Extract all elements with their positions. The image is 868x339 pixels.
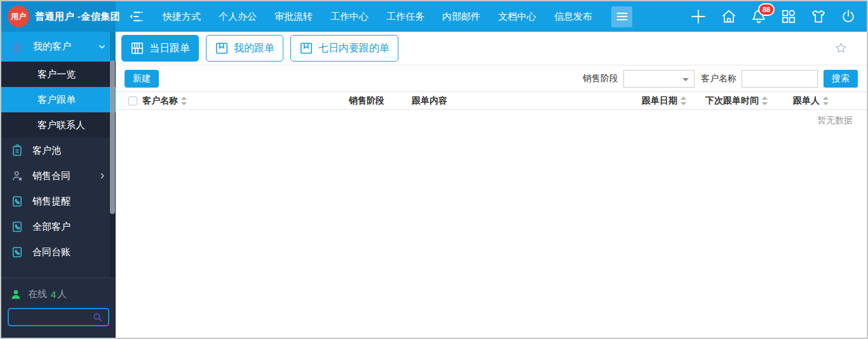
sort-icon[interactable]: [823, 96, 829, 105]
topbar: 用户 普通用户 -金信集团 快捷方式 个人办公 审批流转 工作中心 工作任务 内…: [1, 1, 867, 32]
online-person-icon: [10, 289, 22, 300]
bookmark-book-icon: [215, 41, 229, 55]
nav-item-personal-office[interactable]: 个人办公: [210, 11, 266, 23]
column-label: 销售阶段: [349, 95, 384, 107]
column-header-follower[interactable]: 跟单人: [793, 92, 829, 110]
sidebar-item-customer-contacts[interactable]: 客户联系人: [1, 112, 116, 138]
sidebar-item-label: 客户池: [32, 145, 61, 157]
star-icon[interactable]: [834, 41, 848, 55]
sidebar-group-my-customers[interactable]: 我的客户: [1, 32, 116, 62]
filters: 销售阶段 客户名称 搜索: [583, 70, 858, 88]
power-icon[interactable]: [840, 8, 857, 25]
magnifier-icon[interactable]: [92, 312, 103, 322]
new-button[interactable]: 新建: [125, 70, 159, 88]
plus-icon[interactable]: [689, 8, 707, 25]
column-label: 下次跟单时间: [705, 95, 759, 107]
topbar-actions: 88: [689, 8, 867, 25]
sidebar-item-sales-reminder[interactable]: 销售提醒: [1, 189, 116, 214]
sidebar-item-customer-pool[interactable]: 客户池: [1, 138, 116, 163]
sidebar-item-label: 合同台账: [32, 246, 71, 258]
stage-filter-select[interactable]: [623, 70, 695, 88]
sidebar: 我的客户 客户一览 客户跟单 客户联系人 客户池: [1, 32, 116, 338]
list-toolbar: 新建 销售阶段 客户名称 搜索: [116, 65, 867, 91]
sidebar-item-sales-contract[interactable]: 销售合同: [1, 163, 116, 189]
column-label: 跟单人: [793, 95, 820, 107]
bookmark-book-icon: [299, 41, 313, 55]
tab-label: 七日内要跟的单: [318, 42, 390, 55]
online-label: 在线: [28, 288, 47, 300]
search-button[interactable]: 搜索: [824, 70, 858, 88]
user-account-area[interactable]: 用户 普通用户 -金信集团: [1, 1, 116, 32]
main-content: 当日跟单 我的跟单 七日内要跟的单: [116, 32, 867, 338]
column-header-next-follow-time[interactable]: 下次跟单时间: [705, 92, 768, 110]
sidebar-item-customer-overview[interactable]: 客户一览: [1, 62, 116, 87]
column-header-follow-content: 跟单内容: [412, 92, 447, 110]
online-unit: 人: [57, 288, 67, 300]
tab-my-followups[interactable]: 我的跟单: [206, 35, 283, 62]
stage-filter-label: 销售阶段: [583, 73, 618, 84]
account-name: 普通用户 -金信集团: [35, 11, 120, 23]
app-window: 用户 普通用户 -金信集团 快捷方式 个人办公 审批流转 工作中心 工作任务 内…: [0, 0, 868, 339]
nav-item-info-publish[interactable]: 信息发布: [545, 11, 601, 23]
customer-name-label: 客户名称: [701, 73, 736, 84]
phone-book-icon: [11, 220, 24, 233]
online-count: 4: [51, 289, 56, 300]
nav-item-shortcuts[interactable]: 快捷方式: [154, 11, 210, 23]
phone-book-icon: [11, 246, 24, 258]
tab-today-followups[interactable]: 当日跟单: [121, 35, 199, 62]
sidebar-search: [8, 308, 109, 326]
sidebar-submenu: 客户一览 客户跟单 客户联系人: [1, 62, 116, 138]
sidebar-item-all-customers[interactable]: 全部客户: [1, 214, 116, 239]
column-header-customer-name[interactable]: 客户名称: [142, 92, 187, 110]
tab-label: 我的跟单: [234, 42, 275, 55]
customer-name-input[interactable]: [742, 70, 818, 88]
sort-icon[interactable]: [181, 96, 187, 105]
tshirt-icon[interactable]: [810, 8, 827, 25]
column-label: 客户名称: [142, 95, 178, 107]
select-caret-icon: [682, 78, 689, 84]
sidebar-item-label: 销售合同: [32, 170, 71, 182]
sidebar-item-contract-ledger[interactable]: 合同台账: [1, 239, 116, 265]
select-all-checkbox[interactable]: [128, 96, 137, 105]
nav-item-work-center[interactable]: 工作中心: [322, 11, 377, 23]
nav-item-approval-flow[interactable]: 审批流转: [266, 11, 322, 23]
apps-grid-icon[interactable]: [780, 8, 797, 25]
column-header-sales-stage: 销售阶段: [349, 92, 384, 110]
sidebar-group-label: 我的客户: [33, 41, 98, 53]
empty-state-text: 暂无数据: [116, 110, 867, 126]
table-body-empty-area: [116, 126, 867, 338]
bell-icon[interactable]: 88: [750, 8, 767, 25]
table-header: 客户名称 销售阶段 跟单内容 跟单日期: [116, 91, 867, 110]
column-header-follow-date[interactable]: 跟单日期: [642, 92, 686, 110]
column-label: 跟单日期: [642, 95, 677, 107]
online-status: 在线 4 人: [1, 278, 116, 303]
nav-item-work-tasks[interactable]: 工作任务: [377, 11, 433, 23]
person-contract-icon: [11, 170, 24, 182]
tab-label: 当日跟单: [149, 42, 190, 55]
main-nav: 快捷方式 个人办公 审批流转 工作中心 工作任务 内部邮件 文档中心 信息发布: [154, 11, 601, 23]
sidebar-item-label: 销售提醒: [32, 196, 71, 208]
hamburger-icon[interactable]: [611, 6, 632, 27]
sidebar-item-label: 全部客户: [32, 221, 71, 233]
bookshelf-icon: [130, 41, 144, 55]
chevron-down-icon: [98, 43, 106, 51]
menu-fold-icon[interactable]: [128, 9, 144, 24]
column-label: 跟单内容: [412, 95, 447, 107]
sidebar-item-customer-follow[interactable]: 客户跟单: [1, 87, 116, 112]
person-icon: [11, 40, 25, 54]
phone-book-icon: [11, 195, 24, 208]
clipboard-icon: [11, 144, 24, 157]
sort-icon[interactable]: [762, 96, 768, 105]
tab-seven-day-followups[interactable]: 七日内要跟的单: [290, 35, 398, 62]
nav-item-internal-mail[interactable]: 内部邮件: [433, 11, 489, 23]
sidebar-scrollbar-thumb[interactable]: [110, 60, 115, 214]
quick-tab-row: 当日跟单 我的跟单 七日内要跟的单: [116, 32, 867, 65]
chevron-right-icon: [98, 172, 106, 180]
notification-badge: 88: [758, 3, 775, 16]
home-icon[interactable]: [721, 8, 737, 25]
user-avatar-badge: 用户: [8, 6, 29, 27]
sort-icon[interactable]: [681, 96, 686, 105]
nav-item-document-center[interactable]: 文档中心: [489, 11, 545, 23]
